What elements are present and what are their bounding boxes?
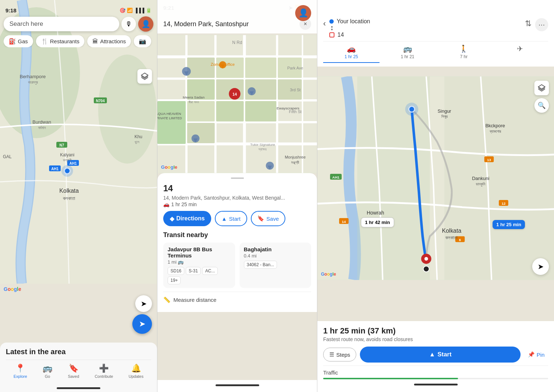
route-destination: 14 — [329, 32, 521, 38]
tab-contribute[interactable]: ➕ Contribute — [95, 364, 113, 379]
start-label: Start — [229, 216, 241, 222]
route-description: Fastest route now, avoids road closures — [323, 336, 548, 342]
route-dots-sep — [329, 26, 521, 30]
sep-dot-1 — [331, 26, 333, 28]
filter-more[interactable]: 📷 — [134, 35, 151, 47]
steps-button[interactable]: ☰ Steps — [323, 348, 356, 361]
svg-text:12: 12 — [502, 201, 506, 205]
tab-bar: 📍 Explore 🚌 Go 🔖 Saved ➕ Contribute 🔔 Up… — [6, 360, 151, 386]
dot-separator — [331, 26, 333, 30]
svg-text:কলকাতা: কলকাতা — [445, 235, 458, 240]
measure-distance-row[interactable]: 📏 Measure distance — [163, 292, 311, 308]
mode-transit[interactable]: 🚌 1 hr 21 — [380, 41, 436, 63]
navigate-button-3[interactable]: ➤ — [532, 258, 549, 275]
filter-attractions[interactable]: 🏛 Attractions — [87, 35, 131, 47]
pin-button[interactable]: 📌 Pin — [524, 348, 548, 361]
svg-text:AQUA HEAVEN: AQUA HEAVEN — [157, 112, 181, 116]
home-indicator-2 — [216, 384, 259, 386]
transit-section-title: Transit nearby — [163, 231, 311, 239]
restaurants-label: Restaurants — [50, 38, 80, 44]
location-status-icon: 🎯 — [120, 8, 125, 13]
my-location-button[interactable]: ➤ — [135, 295, 152, 312]
transit-mode-icon: 🚌 — [403, 44, 412, 53]
swap-routes-button[interactable]: ⇅ — [525, 19, 531, 28]
svg-text:বহরমপুর: বহরমপুর — [28, 80, 38, 85]
panel-directions: 9:21 ➤ 📶 🔋 ‹ Your location — [317, 0, 554, 392]
drive-time: 🚗 1 hr 25 min — [163, 201, 311, 207]
home-indicator-3 — [414, 384, 458, 385]
layers-button-3[interactable] — [534, 81, 549, 95]
svg-point-103 — [425, 257, 428, 261]
top-bar-panel1: 9:18 🎯 📶 ▐▐▐ 🔋 Search here 🎙 👤 ⛽ Gas 🍴 R… — [4, 7, 153, 47]
google-logo-2: Google — [161, 164, 177, 170]
place-address: 14, Modern Park, Santoshpur, Kolkata, We… — [163, 195, 311, 201]
svg-text:কলকাতা: কলকাতা — [63, 196, 75, 201]
car-icon: 🚗 — [163, 201, 169, 207]
steps-icon: ☰ — [329, 351, 334, 358]
directions-header: ‹ Your location 14 ⇅ — [317, 0, 554, 67]
place-actions: ◆ Directions ▲ Start 🔖 Save — [163, 211, 311, 226]
svg-text:Kolkata: Kolkata — [442, 228, 461, 234]
route-stops: Your location 14 — [329, 18, 521, 38]
google-logo-3: Google — [321, 271, 336, 277]
traffic-row: Traffic — [323, 365, 548, 379]
contribute-icon: ➕ — [99, 364, 109, 373]
mode-car[interactable]: 🚗 1 hr 25 — [323, 41, 380, 63]
svg-point-100 — [405, 103, 418, 116]
svg-text:PRIVATE LIMITED: PRIVATE LIMITED — [157, 116, 182, 120]
svg-text:Berhampore: Berhampore — [20, 74, 46, 79]
svg-text:14: 14 — [342, 220, 346, 224]
stop-2-name: Baghajatin — [244, 246, 307, 252]
user-avatar[interactable]: 👤 — [138, 16, 153, 32]
bottom-panel: Latest in the area 📍 Explore 🚌 Go 🔖 Save… — [0, 343, 157, 392]
walk-mode-time: 7 hr — [460, 54, 468, 59]
tab-updates[interactable]: 🔔 Updates — [129, 364, 144, 379]
svg-text:Dankuni: Dankuni — [472, 176, 490, 181]
user-avatar-2: 👤 — [295, 5, 311, 21]
map-layers-button[interactable] — [137, 69, 152, 84]
svg-text:Kalyani: Kalyani — [60, 152, 74, 157]
stop-1-distance: 1 mi 🚌 — [168, 259, 231, 265]
svg-text:Singur: Singur — [438, 108, 451, 114]
start-navigation-button[interactable]: ▲ Start — [360, 347, 521, 363]
attractions-label: Attractions — [100, 38, 126, 44]
directions-map: AH1 13 12 14 6 Singur সিঙ্গুর Bkckpore ব… — [317, 76, 554, 280]
tab-go[interactable]: 🚌 Go — [43, 364, 52, 379]
place-info-sheet: 14 14, Modern Park, Santoshpur, Kolkata,… — [157, 173, 317, 312]
mic-button[interactable]: 🎙 — [121, 17, 136, 31]
measure-icon: 📏 — [163, 296, 170, 303]
directions-label: Directions — [176, 215, 205, 222]
search-box[interactable]: Search here — [4, 17, 119, 31]
start-nav-icon: ▲ — [429, 351, 435, 358]
more-options-button[interactable]: ⋯ — [535, 18, 548, 31]
svg-text:Ewayscrapers: Ewayscrapers — [277, 106, 300, 110]
svg-point-104 — [423, 266, 429, 272]
flight-mode-icon: ✈ — [517, 44, 523, 53]
mode-walk[interactable]: 🚶 7 hr — [436, 41, 492, 63]
svg-text:Tutor Signature: Tutor Signature — [250, 143, 275, 147]
svg-text:কল্যাণী: কল্যাণী — [63, 158, 72, 163]
svg-text:Burdwan: Burdwan — [32, 119, 51, 125]
destination-pin-icon — [329, 32, 334, 37]
navigate-button[interactable]: ➤ — [132, 314, 152, 334]
mode-flight[interactable]: ✈ — [492, 41, 548, 63]
directions-button[interactable]: ◆ Directions — [163, 211, 211, 226]
measure-label: Measure distance — [173, 297, 216, 303]
pin-label: Pin — [537, 352, 545, 358]
tab-saved-label: Saved — [68, 374, 79, 379]
home-indicator — [57, 387, 100, 389]
transport-modes: 🚗 1 hr 25 🚌 1 hr 21 🚶 7 hr ✈ — [323, 41, 548, 63]
search-map-button[interactable]: 🔍 — [534, 98, 549, 113]
origin-label: Your location — [337, 18, 370, 25]
svg-text:Kolkata: Kolkata — [59, 188, 79, 194]
save-button[interactable]: 🔖 Save — [251, 211, 285, 226]
tab-saved[interactable]: 🔖 Saved — [68, 364, 79, 379]
avatar-2[interactable]: 👤 — [295, 5, 311, 21]
place-header: 14, Modern Park, Santoshpur × — [157, 0, 317, 33]
filter-restaurants[interactable]: 🍴 Restaurants — [36, 35, 85, 47]
back-button[interactable]: ‹ — [323, 19, 326, 28]
wifi-icon: 📶 — [127, 8, 133, 13]
start-button[interactable]: ▲ Start — [215, 211, 247, 226]
tab-explore[interactable]: 📍 Explore — [13, 364, 27, 379]
filter-gas[interactable]: ⛽ Gas — [4, 35, 33, 47]
